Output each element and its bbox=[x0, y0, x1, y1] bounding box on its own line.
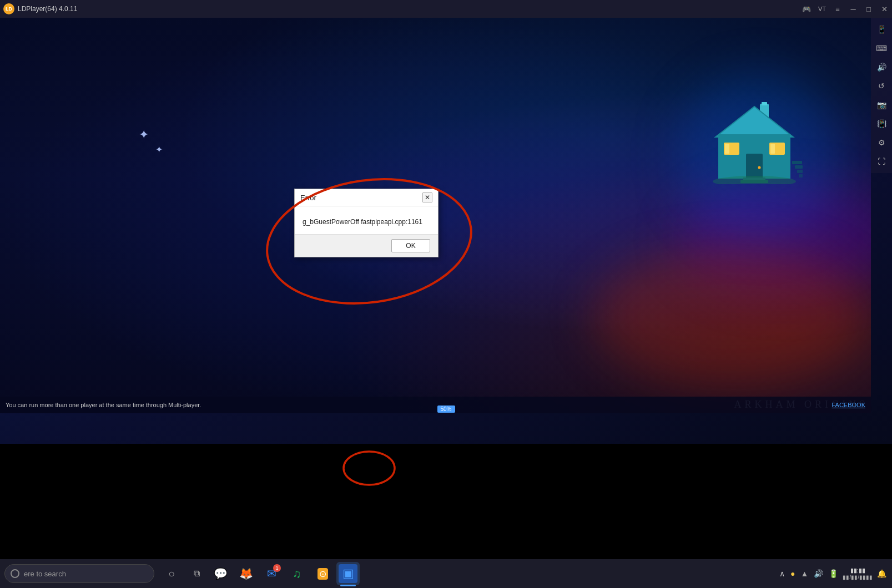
dialog-body: g_bGuestPowerOff fastpipeapi.cpp:1161 bbox=[295, 206, 438, 234]
star-decoration-2: ✦ bbox=[155, 145, 163, 154]
glow-orb-purple bbox=[677, 184, 871, 295]
title-bar: LD LDPlayer(64) 4.0.11 🎮 VT ≡ ─ □ ✕ bbox=[0, 0, 892, 18]
search-placeholder[interactable]: ere to search bbox=[24, 570, 66, 578]
taskbar: ere to search ○ ⧉ 💬 🦊 ✉ 1 ♫ ⊙ ▣ bbox=[0, 559, 892, 588]
rotate-icon[interactable]: ↺ bbox=[873, 78, 890, 94]
right-toolbar: 📱 ⌨ 🔊 ↺ 📷 📳 ⚙ ⛶ bbox=[871, 18, 892, 173]
svg-rect-14 bbox=[792, 161, 802, 164]
phone-icon[interactable]: 📱 bbox=[873, 21, 890, 38]
window-controls: 🎮 VT ≡ ─ □ ✕ bbox=[799, 0, 892, 18]
window-title: LDPlayer(64) 4.0.11 bbox=[18, 5, 799, 13]
error-dialog: Error ✕ g_bGuestPowerOff fastpipeapi.cpp… bbox=[294, 189, 439, 257]
search-icon bbox=[11, 569, 19, 578]
volume-icon[interactable]: 🔊 bbox=[873, 59, 890, 75]
taskbar-apps: ○ ⧉ 💬 🦊 ✉ 1 ♫ ⊙ ▣ bbox=[160, 562, 360, 585]
tray-wifi-icon[interactable]: ▲ bbox=[800, 568, 810, 579]
tray-battery-icon[interactable]: 🔋 bbox=[828, 568, 839, 579]
notification-icon[interactable]: 🔔 bbox=[876, 568, 888, 579]
maximize-button[interactable]: □ bbox=[861, 0, 876, 18]
dialog-message: g_bGuestPowerOff fastpipeapi.cpp:1161 bbox=[303, 218, 422, 226]
tray-clock: ▮▮:▮▮ ▮▮/▮▮/▮▮▮▮ bbox=[843, 567, 873, 580]
taskbar-ld-store-app[interactable]: ⊙ bbox=[311, 562, 334, 585]
tray-chevron-icon[interactable]: ∧ bbox=[778, 568, 786, 579]
ldplayer-window: LD LDPlayer(64) 4.0.11 🎮 VT ≡ ─ □ ✕ 📱 ⌨ … bbox=[0, 0, 892, 444]
taskbar-search-button[interactable]: ○ bbox=[160, 562, 183, 585]
settings-icon[interactable]: ⚙ bbox=[873, 134, 890, 151]
dialog-title: Error bbox=[300, 194, 316, 202]
gamepad-icon[interactable]: 🎮 bbox=[799, 0, 814, 18]
svg-point-6 bbox=[758, 166, 761, 169]
svg-rect-9 bbox=[725, 144, 729, 154]
svg-rect-16 bbox=[797, 170, 803, 173]
vt-label[interactable]: VT bbox=[814, 0, 830, 18]
taskbar-firefox-app[interactable]: 🦊 bbox=[234, 562, 258, 585]
minimize-button[interactable]: ─ bbox=[845, 0, 861, 18]
info-bar: You can run more than one player at the … bbox=[0, 397, 871, 413]
facebook-link[interactable]: FACEBOOK bbox=[831, 402, 865, 408]
tray-coin-icon[interactable]: ● bbox=[789, 568, 796, 579]
screenshot-icon[interactable]: 📷 bbox=[873, 97, 890, 113]
taskbar-ldplayer-app[interactable]: ▣ bbox=[336, 562, 360, 585]
svg-point-19 bbox=[344, 452, 395, 485]
taskbar-spotify-app[interactable]: ♫ bbox=[285, 562, 309, 585]
svg-rect-5 bbox=[746, 154, 763, 179]
dialog-close-button[interactable]: ✕ bbox=[422, 192, 432, 202]
progress-badge: 50% bbox=[437, 405, 455, 413]
svg-rect-1 bbox=[762, 102, 767, 105]
taskbar-search[interactable]: ere to search bbox=[4, 564, 154, 583]
taskbar-mail-app[interactable]: ✉ 1 bbox=[260, 562, 283, 585]
taskbar-taskview-button[interactable]: ⧉ bbox=[187, 562, 206, 585]
keyboard-icon[interactable]: ⌨ bbox=[873, 40, 890, 57]
shake-icon[interactable]: 📳 bbox=[873, 115, 890, 132]
close-button[interactable]: ✕ bbox=[876, 0, 892, 18]
info-text: You can run more than one player at the … bbox=[6, 402, 201, 408]
taskbar-red-circle-annotation bbox=[341, 448, 397, 488]
star-decoration-1: ✦ bbox=[139, 129, 149, 141]
fullscreen-icon[interactable]: ⛶ bbox=[873, 153, 890, 170]
svg-rect-10 bbox=[770, 144, 775, 154]
mail-badge: 1 bbox=[273, 564, 281, 572]
system-tray: ∧ ● ▲ 🔊 🔋 ▮▮:▮▮ ▮▮/▮▮/▮▮▮▮ 🔔 bbox=[778, 567, 892, 580]
taskbar-messenger-app[interactable]: 💬 bbox=[209, 562, 232, 585]
svg-rect-17 bbox=[799, 174, 803, 178]
ok-button[interactable]: OK bbox=[391, 239, 430, 252]
tray-volume-icon[interactable]: 🔊 bbox=[813, 568, 824, 579]
ldplayer-logo-icon: LD bbox=[3, 3, 14, 14]
menu-icon[interactable]: ≡ bbox=[830, 0, 845, 18]
dialog-footer: OK bbox=[295, 234, 438, 257]
svg-rect-15 bbox=[795, 165, 803, 169]
progress-bar-container: 50% bbox=[437, 403, 455, 413]
house-illustration bbox=[704, 95, 804, 184]
dialog-titlebar: Error ✕ bbox=[295, 189, 438, 206]
svg-marker-2 bbox=[715, 107, 793, 137]
